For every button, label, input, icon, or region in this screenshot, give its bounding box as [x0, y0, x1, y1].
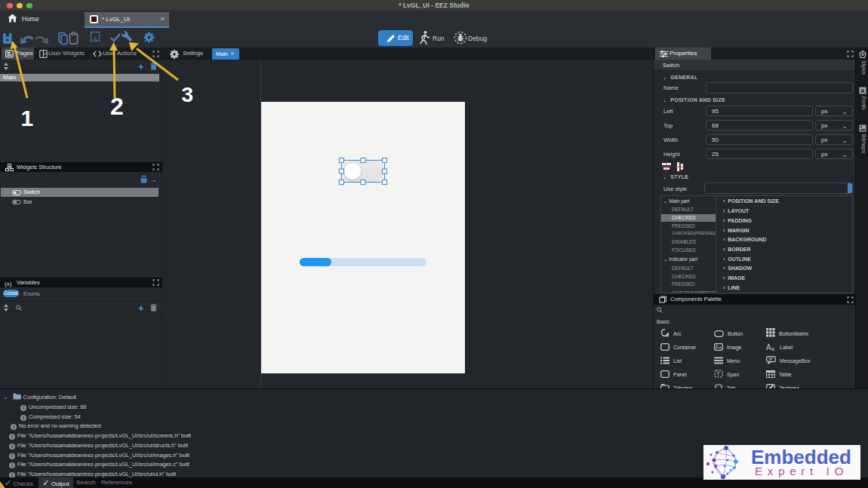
svg-text:A: A [766, 343, 771, 351]
svg-text:T: T [716, 370, 720, 377]
svg-text:A: A [860, 87, 865, 94]
svg-text:a: a [771, 346, 774, 351]
